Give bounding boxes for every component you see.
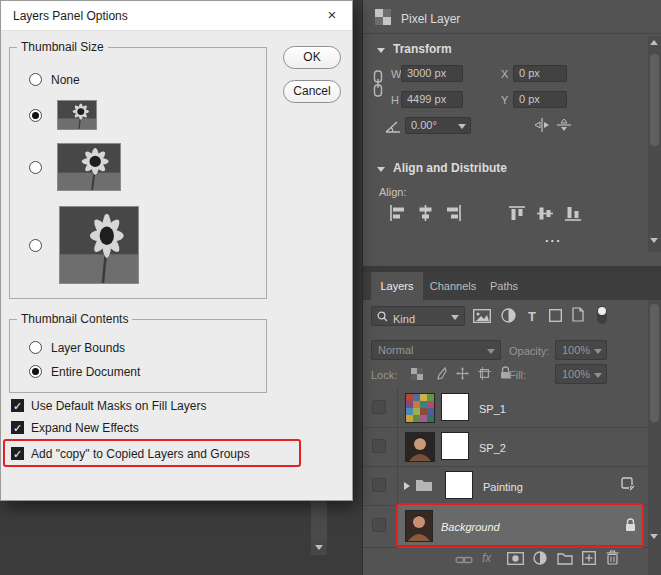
transform-header: Transform: [393, 42, 452, 56]
layer-bounds-radio[interactable]: [29, 341, 42, 354]
properties-scroll-up-icon[interactable]: [650, 40, 658, 45]
thumbnail-contents-group: [9, 319, 267, 393]
opacity-caret-icon: [594, 349, 602, 354]
align-bottom-edges-icon[interactable]: [565, 205, 581, 222]
link-layers-icon[interactable]: [455, 555, 473, 565]
layer-name[interactable]: SP_1: [479, 403, 506, 415]
x-field[interactable]: 0 px: [513, 65, 567, 82]
align-label: Align:: [379, 186, 407, 198]
align-right-edges-icon[interactable]: [445, 205, 462, 221]
layer-thumbnail[interactable]: [405, 432, 435, 462]
lock-position-icon[interactable]: [456, 367, 469, 380]
align-vertical-centers-icon[interactable]: [537, 205, 553, 222]
opacity-dropdown[interactable]: 100%: [555, 340, 607, 360]
thumbnail-none-radio[interactable]: [29, 73, 42, 86]
angle-dropdown-caret-icon[interactable]: [458, 124, 466, 129]
add-copy-checkbox[interactable]: ✓: [11, 447, 24, 460]
cancel-button[interactable]: Cancel: [283, 80, 341, 103]
tab-layers[interactable]: Layers: [371, 272, 423, 300]
filter-kind-dropdown[interactable]: Kind: [371, 306, 465, 326]
y-field[interactable]: 0 px: [513, 91, 567, 108]
entire-document-radio[interactable]: [29, 365, 42, 378]
align-left-edges-icon[interactable]: [389, 205, 406, 221]
divider: [363, 33, 661, 34]
layer-name[interactable]: Background: [441, 521, 500, 533]
search-icon: [377, 311, 388, 322]
group-expand-chevron-icon[interactable]: [404, 482, 410, 490]
layer-mask-thumbnail[interactable]: [441, 432, 469, 460]
lock-image-brush-icon[interactable]: [434, 367, 447, 380]
visibility-toggle[interactable]: [372, 400, 386, 414]
new-group-icon[interactable]: [557, 553, 573, 565]
properties-scroll-down-icon[interactable]: [650, 238, 658, 243]
blend-mode-dropdown[interactable]: Normal: [371, 340, 501, 360]
lock-transparency-icon[interactable]: [411, 368, 423, 380]
layers-list: SP_1 SP_2 Painting: [363, 388, 647, 545]
height-field[interactable]: 4499 px: [401, 91, 463, 108]
layer-row-sp2[interactable]: SP_2: [363, 427, 647, 466]
filter-toggle-switch[interactable]: [597, 306, 607, 324]
document-scroll-down-arrow[interactable]: [311, 539, 327, 555]
dialog-titlebar[interactable]: Layers Panel Options ×: [1, 1, 352, 31]
link-dimensions-icon[interactable]: [371, 70, 385, 98]
angle-field[interactable]: 0.00°: [405, 117, 471, 134]
use-default-masks-checkbox[interactable]: ✓: [11, 399, 24, 412]
flip-horizontal-icon[interactable]: [533, 118, 551, 132]
layer-thumbnail[interactable]: [405, 510, 433, 542]
properties-scrollbar-thumb[interactable]: [650, 54, 659, 146]
thumbnail-large-radio[interactable]: [29, 239, 42, 252]
angle-value: 0.00°: [411, 119, 437, 131]
flip-vertical-icon[interactable]: [555, 118, 573, 132]
tab-paths[interactable]: Paths: [483, 272, 525, 300]
visibility-toggle[interactable]: [372, 518, 386, 532]
layer-mask-thumbnail[interactable]: [441, 393, 469, 421]
layer-row-background[interactable]: Background: [363, 505, 647, 545]
layer-name[interactable]: SP_2: [479, 442, 506, 454]
new-layer-icon[interactable]: [582, 551, 596, 565]
thumbnail-medium-radio[interactable]: [29, 161, 42, 174]
filter-type-layers-icon[interactable]: T: [528, 309, 536, 324]
layers-scroll-down-icon[interactable]: [650, 534, 658, 539]
pixel-layer-icon: [375, 9, 391, 25]
panel-column: Pixel Layer Transform W 3000 px X 0 px H…: [362, 0, 661, 575]
divider: [363, 547, 648, 548]
layers-scrollbar-thumb[interactable]: [650, 304, 659, 422]
ok-button[interactable]: OK: [283, 46, 341, 69]
expand-new-effects-checkbox[interactable]: ✓: [11, 421, 24, 434]
layer-name[interactable]: Painting: [483, 481, 523, 493]
layer-style-fx-icon[interactable]: fx: [482, 551, 491, 565]
opacity-value: 100%: [562, 344, 590, 356]
visibility-toggle[interactable]: [372, 439, 386, 453]
layer-row-sp1[interactable]: SP_1: [363, 388, 647, 427]
thumbnail-small-radio[interactable]: [29, 109, 42, 122]
align-horizontal-centers-icon[interactable]: [417, 205, 434, 221]
add-copy-label: Add "copy" to Copied Layers and Groups: [31, 447, 250, 461]
width-field[interactable]: 3000 px: [401, 65, 463, 82]
new-adjustment-layer-icon[interactable]: [533, 551, 547, 565]
filter-shape-layers-icon[interactable]: [549, 309, 562, 322]
delete-layer-icon[interactable]: [606, 550, 619, 565]
align-collapse-chevron-icon[interactable]: [377, 167, 385, 172]
thumbnail-large-preview[interactable]: [59, 206, 139, 284]
group-thumbnail[interactable]: [445, 471, 473, 499]
thumbnail-small-preview[interactable]: [57, 100, 97, 130]
add-layer-mask-icon[interactable]: [507, 552, 524, 565]
layer-thumbnail[interactable]: [405, 393, 435, 423]
lock-artboard-icon[interactable]: [478, 367, 491, 380]
filter-adjustment-layers-icon[interactable]: [501, 308, 516, 323]
close-icon[interactable]: ×: [322, 5, 342, 25]
filter-smart-objects-icon[interactable]: [572, 307, 584, 322]
lock-badge-icon[interactable]: [625, 518, 636, 532]
filter-pixel-layers-icon[interactable]: [473, 309, 491, 323]
thumbnail-medium-preview[interactable]: [57, 143, 121, 191]
transform-collapse-chevron-icon[interactable]: [377, 48, 385, 53]
align-more-options[interactable]: ...: [545, 230, 562, 245]
fill-dropdown[interactable]: 100%: [555, 364, 607, 384]
align-top-edges-icon[interactable]: [509, 205, 525, 222]
align-header: Align and Distribute: [393, 161, 507, 175]
layer-row-painting[interactable]: Painting: [363, 466, 647, 505]
visibility-toggle[interactable]: [372, 478, 386, 492]
dialog-title: Layers Panel Options: [13, 9, 128, 23]
tab-channels[interactable]: Channels: [425, 272, 481, 300]
filter-kind-caret-icon: [451, 315, 459, 320]
